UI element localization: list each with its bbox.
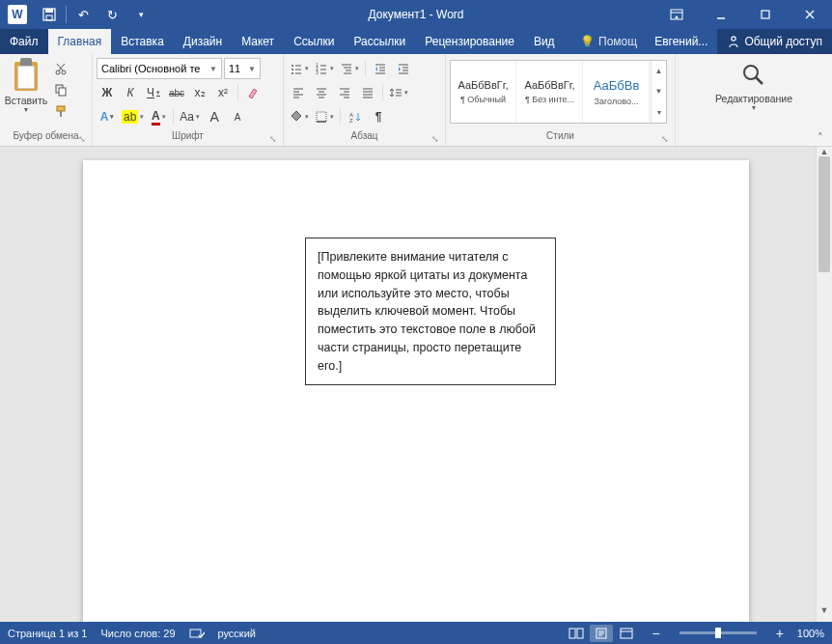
borders-button[interactable]: ▾ <box>313 106 336 127</box>
language-indicator[interactable]: русский <box>218 628 256 639</box>
bullets-button[interactable]: ▾ <box>288 58 311 79</box>
print-layout-button[interactable] <box>590 625 613 642</box>
zoom-in-button[interactable]: + <box>776 626 784 641</box>
grow-font-button[interactable]: A <box>204 106 225 127</box>
scroll-thumb[interactable] <box>818 156 830 272</box>
user-account[interactable]: Евгений... <box>645 29 717 54</box>
paragraph-dialog-launcher[interactable]: ⤡ <box>430 134 441 146</box>
tab-references[interactable]: Ссылки <box>284 29 344 54</box>
spellcheck-icon[interactable] <box>189 627 205 640</box>
change-case-button[interactable]: Aa▾ <box>178 106 202 127</box>
tab-layout[interactable]: Макет <box>232 29 284 54</box>
chevron-down-icon[interactable]: ▼ <box>248 65 256 73</box>
gallery-down[interactable]: ▼ <box>652 81 666 101</box>
align-left-button[interactable] <box>288 82 309 103</box>
shrink-font-button[interactable]: A <box>227 106 248 127</box>
ribbon: Вставить ▼ Буфер обмена ⤡ <box>0 54 832 147</box>
clipboard-dialog-launcher[interactable]: ⤡ <box>76 134 88 146</box>
undo-button[interactable]: ↶ <box>69 0 97 29</box>
underline-button[interactable]: Ч▾ <box>143 82 164 103</box>
ribbon-options-button[interactable] <box>654 0 699 29</box>
gallery-up[interactable]: ▲ <box>652 61 666 81</box>
svg-rect-1 <box>45 9 53 13</box>
increase-indent-button[interactable] <box>393 58 414 79</box>
scroll-down[interactable]: ▼ <box>817 605 832 622</box>
style-heading1[interactable]: АаБбВв Заголово... <box>584 61 650 123</box>
sort-button[interactable]: AZ <box>345 106 366 127</box>
highlight-button[interactable]: ab▾ <box>120 106 146 127</box>
svg-rect-15 <box>59 88 66 96</box>
gallery-more[interactable]: ▾ <box>652 102 666 123</box>
font-color-button[interactable]: A▾ <box>148 106 169 127</box>
font-dialog-launcher[interactable]: ⤡ <box>267 134 279 146</box>
close-button[interactable] <box>788 0 832 29</box>
tab-mailings[interactable]: Рассылки <box>344 29 415 54</box>
document-page[interactable]: [Привлеките внимание читателя с помощью … <box>83 160 749 622</box>
find-icon <box>740 62 767 89</box>
style-preview: АаБбВв <box>594 78 640 93</box>
collapse-ribbon-button[interactable]: ˄ <box>813 131 828 144</box>
italic-button[interactable]: К <box>120 82 141 103</box>
window-controls <box>654 0 832 29</box>
svg-rect-69 <box>577 629 583 638</box>
subscript-button[interactable]: x₂ <box>189 82 210 103</box>
zoom-level[interactable]: 100% <box>797 628 824 639</box>
svg-point-11 <box>62 70 66 74</box>
font-name-combo[interactable]: Calibri (Основной те▼ <box>97 58 222 79</box>
style-no-spacing[interactable]: АаБбВвГг, ¶ Без инте... <box>517 61 583 123</box>
cut-button[interactable] <box>50 60 71 77</box>
style-name: ¶ Обычный <box>460 95 506 104</box>
show-marks-button[interactable]: ¶ <box>368 106 389 127</box>
format-painter-button[interactable] <box>50 102 71 120</box>
align-center-button[interactable] <box>311 82 332 103</box>
zoom-out-button[interactable]: − <box>652 626 659 641</box>
numbering-button[interactable]: 123▾ <box>313 58 336 79</box>
svg-rect-61 <box>317 112 326 122</box>
superscript-button[interactable]: x² <box>212 82 234 103</box>
tab-review[interactable]: Рецензирование <box>415 29 524 54</box>
svg-point-20 <box>291 69 293 70</box>
save-button[interactable] <box>35 0 64 29</box>
tab-home[interactable]: Главная <box>48 29 112 54</box>
align-right-button[interactable] <box>334 82 355 103</box>
zoom-knob[interactable] <box>715 628 721 638</box>
redo-button[interactable]: ↻ <box>97 0 126 29</box>
style-normal[interactable]: АаБбВвГг, ¶ Обычный <box>451 61 516 123</box>
separator <box>66 6 67 23</box>
read-mode-button[interactable] <box>565 625 588 642</box>
minimize-button[interactable] <box>699 0 743 29</box>
vertical-scrollbar[interactable]: ▲ ▼ <box>816 147 832 622</box>
tab-design[interactable]: Дизайн <box>174 29 232 54</box>
chevron-down-icon[interactable]: ▼ <box>209 65 217 73</box>
decrease-indent-button[interactable] <box>370 58 391 79</box>
text-effects-button[interactable]: A▾ <box>97 106 118 127</box>
multilevel-list-button[interactable]: ▾ <box>338 58 361 79</box>
svg-rect-6 <box>762 11 769 18</box>
web-layout-button[interactable] <box>615 625 638 642</box>
svg-line-66 <box>756 77 763 84</box>
copy-button[interactable] <box>50 81 71 98</box>
clear-formatting-button[interactable] <box>242 82 263 103</box>
bold-button[interactable]: Ж <box>97 82 118 103</box>
tab-view[interactable]: Вид <box>524 29 565 54</box>
zoom-slider[interactable] <box>679 631 757 634</box>
line-spacing-button[interactable]: ▾ <box>387 82 410 103</box>
tell-me-search[interactable]: 💡 Помощ <box>572 29 645 54</box>
tab-file[interactable]: Файл <box>0 29 48 54</box>
tab-insert[interactable]: Вставка <box>111 29 174 54</box>
text-box[interactable]: [Привлеките внимание читателя с помощью … <box>305 238 556 385</box>
page-indicator[interactable]: Страница 1 из 1 <box>8 628 87 639</box>
editing-dropdown[interactable]: Редактирование ▼ <box>707 56 800 111</box>
word-count[interactable]: Число слов: 29 <box>100 628 175 639</box>
strikethrough-button[interactable]: abc <box>166 82 187 103</box>
justify-button[interactable] <box>357 82 378 103</box>
styles-dialog-launcher[interactable]: ⤡ <box>659 134 671 146</box>
paste-button[interactable]: Вставить ▼ <box>4 56 48 113</box>
ribbon-tabs: Файл Главная Вставка Дизайн Макет Ссылки… <box>0 29 832 54</box>
font-size-combo[interactable]: 11▼ <box>224 58 261 79</box>
share-button[interactable]: Общий доступ <box>717 29 832 54</box>
qat-customize[interactable]: ▾ <box>126 0 155 29</box>
maximize-button[interactable] <box>743 0 788 29</box>
shading-button[interactable]: ▾ <box>288 106 311 127</box>
group-styles: АаБбВвГг, ¶ Обычный АаБбВвГг, ¶ Без инте… <box>446 54 676 146</box>
